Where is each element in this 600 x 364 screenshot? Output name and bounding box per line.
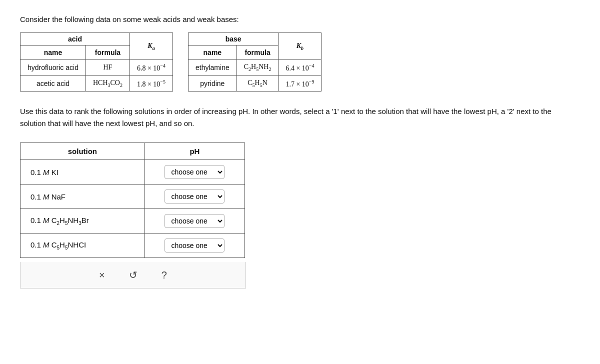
acid-row-1: hydrofluoric acid HF 6.8 × 10−4 [20, 60, 173, 76]
solution-ph-2: choose one 1 2 3 4 [144, 184, 244, 209]
solution-table: solution pH 0.1 M KI choose one 1 2 3 4 [20, 142, 245, 258]
acid-ka-1: 6.8 × 10−4 [130, 60, 172, 76]
acid-table: acid Ka name formula hydrofluoric acid H… [20, 32, 173, 92]
solution-label-2: 0.1 M NaF [20, 184, 145, 209]
ph-select-1[interactable]: choose one 1 2 3 4 [164, 165, 224, 179]
ka-header: Ka [130, 33, 172, 60]
solution-row-4: 0.1 M C5H5NHCI choose one 1 2 3 4 [20, 234, 245, 258]
acid-ka-2: 1.8 × 10−5 [130, 76, 172, 92]
description-text: Use this data to rank the following solu… [20, 106, 570, 130]
solution-row-1: 0.1 M KI choose one 1 2 3 4 [20, 160, 245, 184]
base-name-2: pyridine [188, 76, 237, 92]
close-button[interactable]: × [95, 268, 109, 283]
base-kb-1: 6.4 × 10−4 [278, 60, 322, 76]
solution-label-4: 0.1 M C5H5NHCI [20, 234, 145, 258]
acid-formula-2: HCH3CO2 [86, 76, 130, 92]
acid-col-name: name [20, 46, 86, 60]
ph-select-3[interactable]: choose one 1 2 3 4 [164, 214, 224, 228]
solution-ph-4: choose one 1 2 3 4 [144, 234, 244, 258]
solution-col-header: solution [20, 143, 145, 160]
solution-label-1: 0.1 M KI [20, 160, 145, 184]
solution-row-2: 0.1 M NaF choose one 1 2 3 4 [20, 184, 245, 209]
ph-select-2[interactable]: choose one 1 2 3 4 [164, 190, 224, 204]
base-formula-2: C5H5N [236, 76, 278, 92]
base-table: base Kb name formula ethylamine C2H5NH2 … [188, 32, 322, 92]
tables-container: acid Ka name formula hydrofluoric acid H… [20, 32, 580, 92]
base-formula-1: C2H5NH2 [236, 60, 278, 76]
acid-row-2: acetic acid HCH3CO2 1.8 × 10−5 [20, 76, 173, 92]
base-kb-2: 1.7 × 10−9 [278, 76, 322, 92]
base-group-header: base [188, 33, 278, 46]
base-col-formula: formula [236, 46, 278, 60]
toolbar: × ↺ ? [20, 262, 246, 288]
acid-col-formula: formula [86, 46, 130, 60]
base-col-name: name [188, 46, 237, 60]
ph-select-4[interactable]: choose one 1 2 3 4 [164, 238, 224, 252]
kb-header: Kb [278, 33, 322, 60]
base-name-1: ethylamine [188, 60, 237, 76]
solution-ph-1: choose one 1 2 3 4 [144, 160, 244, 184]
acid-formula-1: HF [86, 60, 130, 76]
acid-name-1: hydrofluoric acid [20, 60, 86, 76]
base-row-1: ethylamine C2H5NH2 6.4 × 10−4 [188, 60, 322, 76]
solution-label-3: 0.1 M C2H5NH3Br [20, 209, 145, 234]
help-button[interactable]: ? [158, 268, 171, 283]
acid-group-header: acid [20, 33, 130, 46]
solution-section: solution pH 0.1 M KI choose one 1 2 3 4 [20, 142, 580, 288]
solution-row-3: 0.1 M C2H5NH3Br choose one 1 2 3 4 [20, 209, 245, 234]
base-row-2: pyridine C5H5N 1.7 × 10−9 [188, 76, 322, 92]
intro-text: Consider the following data on some weak… [20, 15, 580, 24]
acid-name-2: acetic acid [20, 76, 86, 92]
ph-col-header: pH [144, 143, 244, 160]
solution-ph-3: choose one 1 2 3 4 [144, 209, 244, 234]
reset-button[interactable]: ↺ [125, 267, 142, 283]
